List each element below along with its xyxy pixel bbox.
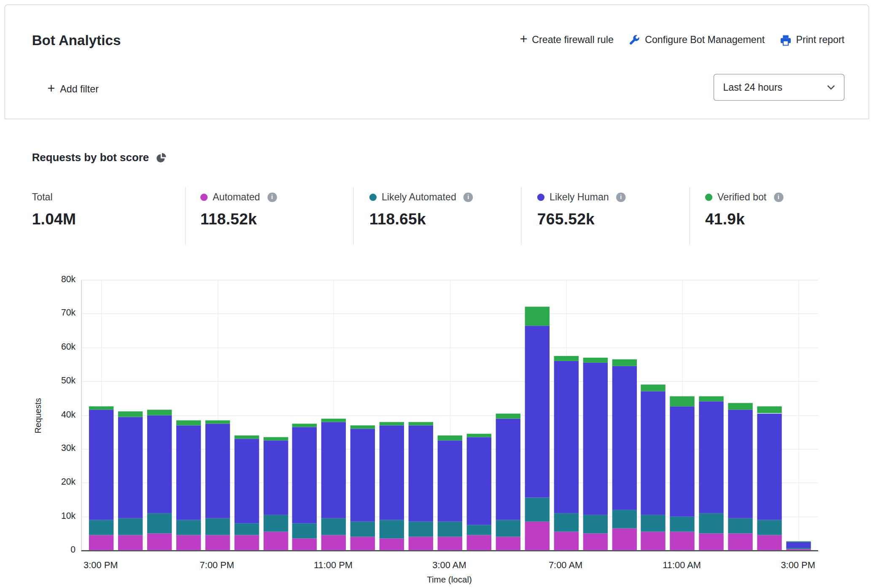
x-tick-label: 7:00 AM bbox=[549, 560, 582, 570]
printer-icon bbox=[780, 35, 792, 46]
bar-segment bbox=[321, 418, 346, 422]
stat-likely-automated[interactable]: Likely Automated i 118.65k bbox=[369, 190, 473, 228]
bar-segment bbox=[350, 429, 375, 521]
bar-segment bbox=[728, 410, 753, 518]
bar-segment bbox=[409, 422, 433, 425]
bar-segment bbox=[118, 535, 143, 550]
print-report-link[interactable]: Print report bbox=[780, 34, 844, 46]
bar-segment bbox=[786, 542, 811, 548]
bar-segment bbox=[583, 533, 607, 550]
bar-segment bbox=[496, 418, 520, 520]
y-tick-label: 0 bbox=[45, 545, 75, 555]
info-icon[interactable]: i bbox=[463, 192, 473, 202]
bar-segment bbox=[467, 434, 491, 437]
header-card bbox=[5, 5, 869, 119]
bar-segment bbox=[554, 356, 578, 361]
header-actions: + Create firewall rule Configure Bot Man… bbox=[520, 34, 845, 47]
stat-automated[interactable]: Automated i 118.52k bbox=[200, 190, 277, 228]
bar-segment bbox=[583, 515, 607, 533]
y-tick-label: 30k bbox=[45, 443, 75, 453]
bar-segment bbox=[438, 440, 462, 521]
bar-segment bbox=[525, 498, 549, 521]
print-report-label: Print report bbox=[796, 34, 844, 46]
bar-segment bbox=[496, 537, 520, 550]
x-tick-label: 11:00 AM bbox=[663, 560, 701, 570]
bar-segment bbox=[321, 422, 346, 518]
info-icon[interactable]: i bbox=[267, 192, 277, 202]
section-title: Requests by bot score bbox=[32, 151, 149, 164]
bar-segment bbox=[118, 518, 143, 535]
x-tick-label: 11:00 PM bbox=[314, 560, 353, 570]
bar-segment bbox=[612, 366, 636, 510]
bar-segment bbox=[263, 515, 288, 531]
bar-segment bbox=[670, 396, 695, 407]
bar-segment bbox=[147, 410, 172, 415]
bar-segment bbox=[525, 326, 549, 498]
configure-bot-management-link[interactable]: Configure Bot Management bbox=[629, 34, 765, 46]
bar-segment bbox=[409, 537, 433, 550]
bar-segment bbox=[205, 423, 230, 518]
bar-segment bbox=[728, 403, 753, 410]
bar-segment bbox=[496, 520, 520, 537]
bar-segment bbox=[699, 513, 724, 533]
x-tick-label: 3:00 PM bbox=[781, 560, 815, 570]
bar-segment bbox=[554, 513, 578, 531]
stat-value: 118.65k bbox=[369, 210, 473, 228]
legend-dot-likely-automated bbox=[369, 193, 377, 200]
bar-segment bbox=[292, 523, 317, 538]
requests-chart: Requests Time (local) 010k20k30k40k50k60… bbox=[0, 280, 873, 588]
bar-segment bbox=[699, 533, 724, 550]
stat-label: Automated bbox=[213, 191, 260, 203]
x-tick-label: 3:00 AM bbox=[432, 560, 466, 570]
bar-segment bbox=[438, 537, 462, 550]
stat-total: Total 1.04M bbox=[32, 190, 76, 228]
bar-segment bbox=[89, 407, 113, 410]
bar-segment bbox=[380, 422, 404, 425]
x-tick-label: 7:00 PM bbox=[200, 560, 234, 570]
bar-segment bbox=[496, 413, 520, 418]
y-tick-label: 10k bbox=[45, 511, 75, 521]
stat-likely-human[interactable]: Likely Human i 765.52k bbox=[537, 190, 626, 228]
time-range-dropdown[interactable]: Last 24 hours bbox=[714, 74, 844, 101]
create-firewall-rule-link[interactable]: + Create firewall rule bbox=[520, 34, 614, 47]
bar-segment bbox=[292, 427, 317, 523]
info-icon[interactable]: i bbox=[616, 192, 626, 202]
stat-verified-bot[interactable]: Verified bot i 41.9k bbox=[705, 190, 783, 228]
gridline bbox=[799, 280, 799, 550]
bar-segment bbox=[409, 521, 433, 537]
bar-segment bbox=[147, 415, 172, 513]
bar-segment bbox=[728, 518, 753, 533]
stat-label: Verified bot bbox=[717, 191, 766, 203]
bar-segment bbox=[176, 535, 201, 550]
add-filter-label: Add filter bbox=[60, 84, 99, 95]
bar-segment bbox=[438, 435, 462, 440]
divider bbox=[521, 187, 521, 245]
pie-chart-icon bbox=[156, 152, 167, 163]
x-tick-label: 3:00 PM bbox=[84, 560, 118, 570]
time-range-value: Last 24 hours bbox=[723, 81, 782, 93]
plus-icon: + bbox=[47, 82, 55, 95]
bar-segment bbox=[292, 538, 317, 550]
divider bbox=[353, 187, 353, 245]
bar-segment bbox=[757, 535, 781, 550]
bar-segment bbox=[118, 417, 143, 518]
plus-icon: + bbox=[520, 33, 528, 46]
y-tick-label: 70k bbox=[45, 308, 75, 318]
page-title: Bot Analytics bbox=[32, 32, 121, 49]
add-filter-button[interactable]: + Add filter bbox=[32, 76, 114, 102]
bar-segment bbox=[467, 437, 491, 525]
y-tick-label: 40k bbox=[45, 410, 75, 420]
stat-label: Likely Human bbox=[550, 191, 609, 203]
bar-segment bbox=[350, 521, 375, 537]
info-icon[interactable]: i bbox=[774, 192, 784, 202]
bar-segment bbox=[641, 531, 666, 550]
bar-segment bbox=[205, 535, 230, 550]
bar-segment bbox=[525, 307, 549, 326]
bar-segment bbox=[699, 402, 724, 513]
divider bbox=[185, 187, 186, 245]
bar-segment bbox=[467, 535, 491, 550]
divider bbox=[690, 187, 690, 245]
bar-segment bbox=[380, 425, 404, 520]
bar-segment bbox=[583, 358, 607, 363]
bar-segment bbox=[234, 523, 259, 535]
